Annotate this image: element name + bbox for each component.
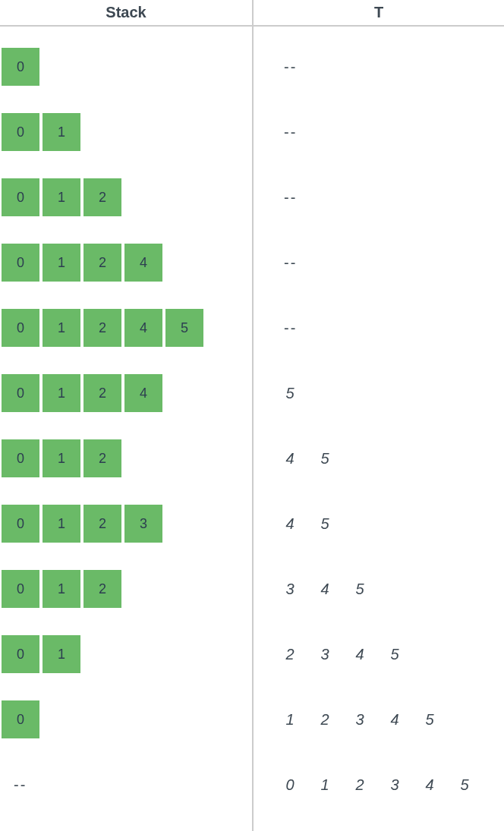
t-row: -- xyxy=(254,244,504,309)
t-row: -- xyxy=(254,113,504,178)
stack-cells: 01245 xyxy=(2,309,203,347)
t-value: 3 xyxy=(389,776,401,794)
stack-cell: 1 xyxy=(43,113,80,151)
t-cells: -- xyxy=(284,244,297,282)
stack-cell: 0 xyxy=(2,113,39,151)
stack-cell: 2 xyxy=(83,244,121,282)
stack-t-diagram: Stack 00101201240124501240120123012010--… xyxy=(0,0,504,831)
stack-column: Stack 00101201240124501240120123012010-- xyxy=(0,0,252,831)
stack-empty: -- xyxy=(2,766,27,804)
t-value: 4 xyxy=(354,646,366,663)
stack-cells: 012 xyxy=(2,178,121,216)
t-value: 5 xyxy=(458,776,471,794)
stack-cell: 1 xyxy=(43,309,80,347)
t-value: 5 xyxy=(319,515,331,533)
t-value: 4 xyxy=(424,776,436,794)
stack-cells: 012 xyxy=(2,439,121,477)
stack-row: 01 xyxy=(0,635,252,700)
stack-cell: 0 xyxy=(2,439,39,477)
stack-row: -- xyxy=(0,766,252,831)
t-row: 5 xyxy=(254,374,504,439)
t-empty: -- xyxy=(284,254,297,272)
stack-cells: 0 xyxy=(2,700,39,738)
stack-cell: 1 xyxy=(43,505,80,543)
t-cells: -- xyxy=(284,48,297,86)
t-rows: ----------54545345234512345012345 xyxy=(254,27,504,831)
t-value: 2 xyxy=(284,646,296,663)
stack-header: Stack xyxy=(0,0,252,27)
t-value: 3 xyxy=(284,581,296,598)
stack-cell: 1 xyxy=(43,244,80,282)
stack-cells: 0 xyxy=(2,48,39,86)
stack-cell: 2 xyxy=(83,505,121,543)
t-value: 5 xyxy=(319,450,331,467)
t-row: 12345 xyxy=(254,700,504,766)
stack-cell: 2 xyxy=(83,439,121,477)
stack-cells: 0123 xyxy=(2,505,162,543)
stack-cell: 1 xyxy=(43,178,80,216)
stack-cell: 0 xyxy=(2,309,39,347)
stack-row: 0124 xyxy=(0,244,252,309)
t-value: 2 xyxy=(354,776,366,794)
t-value: 1 xyxy=(284,711,296,729)
t-cells: 45 xyxy=(284,439,331,477)
stack-row: 0 xyxy=(0,48,252,113)
stack-cells: 01 xyxy=(2,113,80,151)
t-cells: 5 xyxy=(284,374,296,412)
stack-cell: 1 xyxy=(43,374,80,412)
t-value: 5 xyxy=(284,385,296,402)
t-row: -- xyxy=(254,48,504,113)
t-row: -- xyxy=(254,309,504,374)
t-header: T xyxy=(254,0,504,27)
t-value: 3 xyxy=(319,646,331,663)
t-value: 2 xyxy=(319,711,331,729)
t-value: 0 xyxy=(284,776,296,794)
stack-cell: 0 xyxy=(2,178,39,216)
stack-cell: 2 xyxy=(83,309,121,347)
stack-row: 0 xyxy=(0,700,252,766)
t-empty: -- xyxy=(284,189,297,206)
t-cells: 345 xyxy=(284,570,366,608)
t-cells: 012345 xyxy=(284,766,471,804)
t-cells: -- xyxy=(284,309,297,347)
t-value: 5 xyxy=(389,646,401,663)
stack-cell: 0 xyxy=(2,48,39,86)
t-value: 4 xyxy=(284,515,296,533)
stack-cell: 0 xyxy=(2,700,39,738)
t-value: 5 xyxy=(424,711,436,729)
stack-cell: 3 xyxy=(124,505,162,543)
stack-cells: 0124 xyxy=(2,374,162,412)
stack-cell: 5 xyxy=(165,309,203,347)
t-cells: 12345 xyxy=(284,700,436,738)
stack-row: 0123 xyxy=(0,505,252,570)
stack-cell: 1 xyxy=(43,570,80,608)
stack-row: 012 xyxy=(0,439,252,505)
t-row: 012345 xyxy=(254,766,504,831)
t-cells: -- xyxy=(284,178,297,216)
t-empty: -- xyxy=(284,58,297,76)
stack-cell: 2 xyxy=(83,178,121,216)
t-row: 45 xyxy=(254,505,504,570)
stack-cell: 1 xyxy=(43,635,80,673)
stack-cells: 012 xyxy=(2,570,121,608)
t-value: 5 xyxy=(354,581,366,598)
t-empty: -- xyxy=(284,124,297,141)
t-cells: 2345 xyxy=(284,635,401,673)
stack-cell: 0 xyxy=(2,244,39,282)
t-value: 4 xyxy=(389,711,401,729)
stack-row: 012 xyxy=(0,178,252,244)
t-row: -- xyxy=(254,178,504,244)
stack-row: 01245 xyxy=(0,309,252,374)
stack-cell: 0 xyxy=(2,374,39,412)
t-cells: 45 xyxy=(284,505,331,543)
stack-row: 0124 xyxy=(0,374,252,439)
t-cells: -- xyxy=(284,113,297,151)
stack-cell: 0 xyxy=(2,635,39,673)
t-value: 4 xyxy=(284,450,296,467)
stack-cells: 0124 xyxy=(2,244,162,282)
t-value: 4 xyxy=(319,581,331,598)
t-value: 3 xyxy=(354,711,366,729)
stack-cell: 0 xyxy=(2,570,39,608)
t-value: 1 xyxy=(319,776,331,794)
stack-cell: 4 xyxy=(124,374,162,412)
